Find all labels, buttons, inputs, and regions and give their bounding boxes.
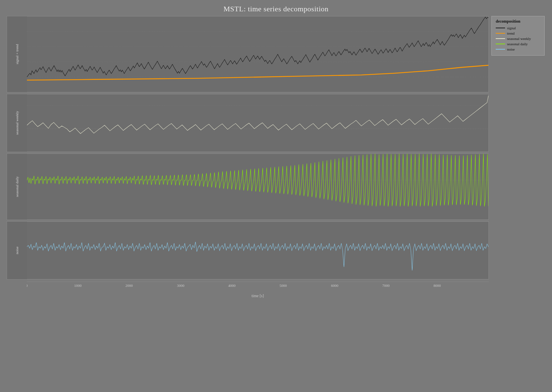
legend-item-seasonal-weekly: seasonal weekly xyxy=(496,37,540,41)
y-axis-label-noise: noise xyxy=(7,222,27,279)
svg-rect-24 xyxy=(27,154,488,220)
svg-text:8000: 8000 xyxy=(433,284,441,288)
legend-box: decomposition signal trend seasonal week… xyxy=(491,16,545,56)
svg-rect-34 xyxy=(27,222,488,279)
panel-signal-trend: signal + trend 0 20 40 60 xyxy=(7,16,489,93)
svg-text:2000: 2000 xyxy=(126,284,133,288)
panel-noise: noise 15 10 5 0 -5 -10 -15 -20 xyxy=(7,221,489,280)
legend-label-noise: noise xyxy=(507,47,515,51)
legend-item-seasonal-daily: seasonal daily xyxy=(496,42,540,46)
chart-seasonal-weekly: 30 20 10 0 -10 -20 xyxy=(27,94,488,152)
chart-svg-daily: 20 10 0 -10 -20 -30 xyxy=(27,154,488,220)
legend-line-daily xyxy=(496,44,505,44)
svg-rect-13 xyxy=(27,94,488,152)
x-axis-label: time [s] xyxy=(7,294,489,298)
chart-svg-weekly: 30 20 10 0 -10 -20 xyxy=(27,94,488,152)
legend-item-signal: signal xyxy=(496,26,540,30)
panel-seasonal-weekly: seasonal weekly 30 20 10 0 -10 -20 xyxy=(7,94,489,152)
y-axis-label-weekly: seasonal weekly xyxy=(7,94,27,152)
svg-text:7000: 7000 xyxy=(382,284,390,288)
legend-label-trend: trend xyxy=(507,31,515,35)
legend-label-weekly: seasonal weekly xyxy=(507,37,531,41)
legend-line-weekly xyxy=(496,38,505,39)
panel-seasonal-daily: seasonal daily 20 10 0 -10 -20 -30 xyxy=(7,153,489,220)
svg-rect-0 xyxy=(27,16,488,92)
legend-label-daily: seasonal daily xyxy=(507,42,528,46)
x-axis-area: 0 1000 2000 3000 4000 5000 6000 7000 800… xyxy=(7,282,489,292)
svg-text:6000: 6000 xyxy=(331,284,339,288)
svg-text:5000: 5000 xyxy=(279,284,287,288)
legend-line-trend xyxy=(496,33,505,34)
chart-svg-signal: 0 20 40 60 80 100 xyxy=(27,16,488,92)
y-axis-label-signal: signal + trend xyxy=(7,16,27,92)
chart-noise: 15 10 5 0 -5 -10 -15 -20 xyxy=(27,222,488,279)
legend-title: decomposition xyxy=(496,19,540,24)
legend-label-signal: signal xyxy=(507,26,516,30)
svg-text:3000: 3000 xyxy=(177,284,185,288)
chart-svg-noise: 15 10 5 0 -5 -10 -15 -20 xyxy=(27,222,488,279)
chart-seasonal-daily: 20 10 0 -10 -20 -30 xyxy=(27,154,488,220)
y-axis-label-daily: seasonal daily xyxy=(7,154,27,220)
legend-line-noise xyxy=(496,49,505,50)
chart-signal-trend: 0 20 40 60 80 100 xyxy=(27,16,488,92)
page-title: MSTL: time series decomposition xyxy=(223,5,329,13)
legend-item-noise: noise xyxy=(496,47,540,51)
svg-text:0: 0 xyxy=(27,284,28,288)
svg-text:4000: 4000 xyxy=(228,284,236,288)
x-axis-svg: 0 1000 2000 3000 4000 5000 6000 7000 800… xyxy=(27,282,489,292)
right-panel: decomposition signal trend seasonal week… xyxy=(489,16,545,56)
legend-line-signal xyxy=(496,28,505,28)
legend-item-trend: trend xyxy=(496,31,540,35)
svg-text:1000: 1000 xyxy=(74,284,82,288)
